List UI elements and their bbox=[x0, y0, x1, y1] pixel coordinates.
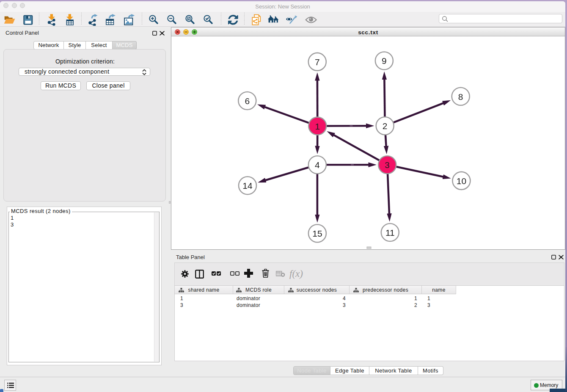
svg-text:4: 4 bbox=[315, 160, 320, 170]
svg-text:6: 6 bbox=[245, 96, 250, 106]
svg-text:8: 8 bbox=[458, 92, 463, 102]
svg-text:14: 14 bbox=[242, 181, 253, 190]
svg-text:7: 7 bbox=[315, 57, 320, 67]
svg-text:9: 9 bbox=[382, 56, 387, 66]
svg-text:10: 10 bbox=[457, 176, 466, 186]
svg-text:3: 3 bbox=[385, 160, 390, 170]
svg-text:15: 15 bbox=[312, 229, 322, 238]
svg-text:2: 2 bbox=[383, 121, 388, 131]
svg-text:11: 11 bbox=[385, 228, 395, 237]
svg-text:1: 1 bbox=[315, 121, 320, 131]
